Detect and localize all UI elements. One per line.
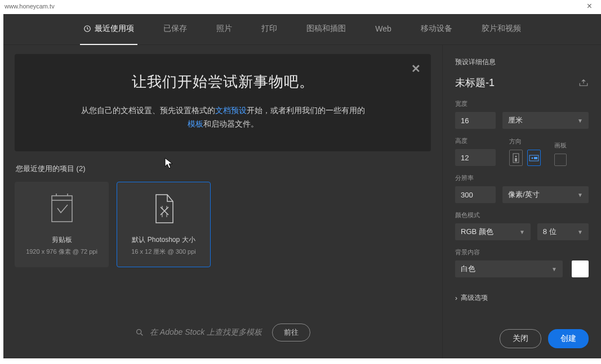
tab-label: 最近使用项: [95, 24, 134, 34]
tab-web[interactable]: Web: [372, 14, 395, 44]
svg-point-7: [532, 157, 533, 159]
tab-saved[interactable]: 已保存: [160, 14, 190, 45]
preset-info: 1920 x 976 像素 @ 72 ppi: [26, 248, 97, 256]
preset-name: 剪贴板: [52, 235, 72, 245]
artboard-checkbox[interactable]: [554, 154, 567, 166]
resolution-unit-select[interactable]: 像素/英寸 ▼: [502, 186, 589, 203]
preset-name: 默认 Photoshop 大小: [132, 235, 195, 245]
background-color-swatch[interactable]: [572, 260, 589, 277]
template-link[interactable]: 模板: [188, 119, 203, 128]
width-input[interactable]: [455, 112, 496, 129]
intro-title: 让我们开始尝试新事物吧。: [48, 72, 397, 92]
svg-rect-1: [52, 196, 72, 222]
details-header: 预设详细信息: [455, 57, 589, 67]
background-select[interactable]: 白色 ▼: [455, 260, 563, 277]
chevron-down-icon: ▼: [577, 229, 583, 235]
chevron-down-icon: ▼: [519, 229, 525, 235]
svg-point-2: [137, 330, 141, 334]
preset-default-ps[interactable]: 默认 Photoshop 大小 16 x 12 厘米 @ 300 ppi: [117, 182, 211, 267]
url-text: www.honeycam.tv: [5, 3, 55, 10]
color-mode-label: 颜色模式: [455, 211, 589, 219]
landscape-icon: [529, 154, 539, 162]
advanced-options-toggle[interactable]: › 高级选项: [455, 293, 589, 303]
document-name[interactable]: 未标题-1: [455, 76, 574, 89]
clipboard-icon: [48, 192, 75, 225]
close-button[interactable]: 关闭: [500, 329, 541, 348]
orientation-portrait[interactable]: [509, 150, 523, 166]
chevron-down-icon: ▼: [577, 118, 583, 124]
tab-mobile[interactable]: 移动设备: [417, 14, 456, 45]
category-tabs: 最近使用项 已保存 照片 打印 图稿和插图 Web 移动设备 胶片和视频: [3, 14, 601, 45]
background-label: 背景内容: [455, 248, 589, 257]
search-placeholder: 在 Adobe Stock 上查找更多模板: [150, 327, 262, 338]
chevron-right-icon: ›: [455, 294, 457, 302]
preset-clipboard[interactable]: 剪贴板 1920 x 976 像素 @ 72 ppi: [15, 182, 109, 267]
preset-info: 16 x 12 厘米 @ 300 ppi: [131, 248, 196, 256]
intro-close-icon[interactable]: ✕: [411, 62, 421, 75]
tab-photo[interactable]: 照片: [213, 14, 235, 45]
clock-icon: [83, 25, 91, 33]
save-preset-icon[interactable]: [578, 79, 589, 87]
color-depth-select[interactable]: 8 位 ▼: [537, 223, 589, 240]
tab-recent[interactable]: 最近使用项: [80, 14, 137, 45]
go-button[interactable]: 前往: [272, 323, 310, 341]
document-icon: [150, 192, 177, 225]
width-unit-select[interactable]: 厘米 ▼: [502, 112, 589, 129]
portrait-icon: [512, 153, 520, 163]
orientation-label: 方向: [509, 137, 541, 146]
svg-rect-8: [534, 157, 537, 159]
svg-point-4: [515, 155, 517, 157]
resolution-label: 分辨率: [455, 174, 589, 182]
tab-art[interactable]: 图稿和插图: [303, 14, 349, 45]
width-label: 宽度: [455, 100, 589, 108]
create-button[interactable]: 创建: [548, 329, 589, 348]
search-icon: [135, 328, 144, 337]
chevron-down-icon: ▼: [551, 266, 557, 272]
color-mode-select[interactable]: RGB 颜色 ▼: [455, 223, 531, 240]
intro-panel: ✕ 让我们开始尝试新事物吧。 从您自己的文档设置、预先设置格式的文档预设开始，或…: [15, 54, 431, 151]
tab-film[interactable]: 胶片和视频: [478, 14, 524, 45]
recent-label: 您最近使用的项目 (2): [16, 164, 431, 174]
stock-search[interactable]: 在 Adobe Stock 上查找更多模板: [135, 327, 262, 338]
height-input[interactable]: [455, 149, 496, 166]
chevron-down-icon: ▼: [577, 192, 583, 198]
artboard-label: 画板: [554, 141, 567, 150]
intro-description: 从您自己的文档设置、预先设置格式的文档预设开始，或者利用我们的一些有用的模板和启…: [48, 104, 397, 131]
height-label: 高度: [455, 137, 496, 145]
doc-preset-link[interactable]: 文档预设: [215, 106, 247, 115]
window-close-icon[interactable]: ×: [582, 1, 596, 11]
orientation-landscape[interactable]: [527, 150, 541, 166]
resolution-input[interactable]: [455, 186, 496, 203]
tab-print[interactable]: 打印: [258, 14, 281, 45]
svg-rect-5: [515, 158, 517, 161]
